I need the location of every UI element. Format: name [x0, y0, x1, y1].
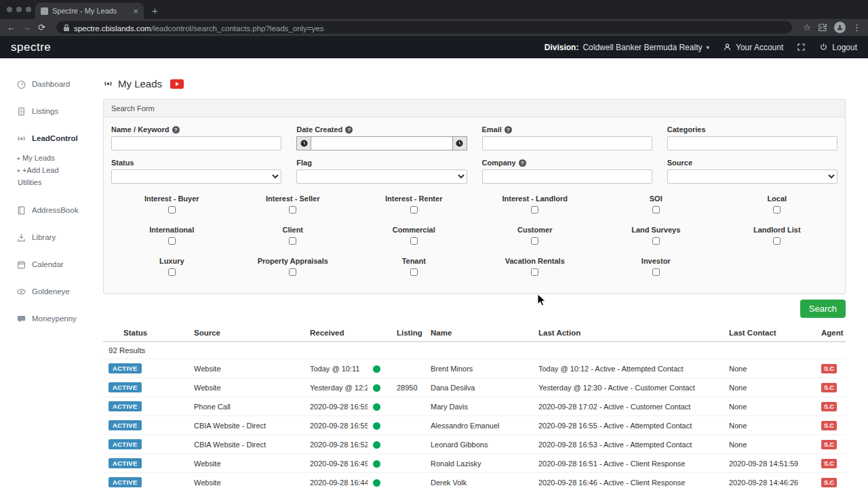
help-icon[interactable]: ? [172, 126, 180, 134]
table-row[interactable]: ACTIVE Website Yesterday @ 12:29 28950 D… [103, 378, 846, 397]
checkbox-landlord-list[interactable] [773, 237, 781, 245]
checkbox-property-appraisals[interactable] [289, 268, 296, 276]
listing-cell[interactable]: 28950 [391, 378, 425, 397]
window-close-icon[interactable] [7, 7, 12, 12]
back-icon[interactable]: ← [7, 23, 16, 32]
flag-select[interactable] [296, 169, 467, 184]
listing-cell[interactable] [391, 397, 425, 416]
listing-cell[interactable] [391, 435, 425, 454]
logout-button[interactable]: Logout [819, 43, 857, 52]
listing-cell[interactable] [391, 359, 425, 378]
sidebar-item-calendar[interactable]: Calendar [0, 251, 81, 278]
checkbox-interest-renter[interactable] [410, 206, 418, 214]
checkbox-tenant[interactable] [410, 268, 418, 276]
sidebar-item-dashboard[interactable]: Dashboard [0, 70, 81, 98]
extensions-puzzle-icon[interactable] [818, 23, 827, 33]
status-select[interactable] [111, 169, 281, 184]
address-bar[interactable]: spectre.cbislands.com/leadcontrol/search… [56, 21, 792, 34]
table-row[interactable]: ACTIVE Phone Call 2020-09-28 16:59 Mary … [103, 397, 846, 416]
date-created-input[interactable] [311, 136, 452, 150]
table-row[interactable]: ACTIVE CBIA Website - Direct 2020-09-28 … [103, 435, 846, 454]
search-button[interactable]: Search [800, 300, 846, 318]
checkbox-luxury[interactable] [168, 268, 176, 276]
lead-name-cell[interactable]: Leonard Gibbons [425, 435, 533, 454]
window-minimize-icon[interactable] [16, 7, 22, 12]
lead-name-cell[interactable]: Ronald Lazisky [425, 454, 533, 473]
fullscreen-icon[interactable] [797, 43, 806, 52]
tab-close-icon[interactable]: × [133, 7, 138, 16]
browser-tab[interactable]: Spectre - My Leads × [35, 3, 144, 19]
company-input[interactable] [482, 169, 652, 184]
help-icon[interactable]: ? [505, 126, 512, 134]
categories-input[interactable] [667, 136, 837, 150]
lead-name-cell[interactable]: Brent Minors [425, 359, 533, 378]
browser-menu-icon[interactable]: ⋮ [852, 23, 861, 32]
name-keyword-input[interactable] [111, 136, 281, 150]
listing-cell[interactable] [391, 416, 425, 435]
browser-titlebar: Spectre - My Leads × + [0, 0, 868, 19]
sidebar-subitem-my-leads[interactable]: ▸ My Leads [0, 152, 81, 164]
window-controls[interactable] [7, 7, 31, 12]
checkbox-interest-buyer[interactable] [168, 206, 176, 214]
table-row[interactable]: ACTIVE Website 2020-09-28 16:49 Ronald L… [103, 454, 846, 473]
table-row[interactable]: ACTIVE Website Today @ 10:11 Brent Minor… [103, 359, 846, 378]
listing-cell[interactable] [391, 454, 425, 473]
video-tutorial-icon[interactable] [170, 79, 184, 89]
checkbox-land-surveys[interactable] [652, 237, 660, 245]
browser-profile-avatar[interactable] [834, 22, 846, 33]
sidebar-item-moneypenny[interactable]: Moneypenny [0, 305, 81, 332]
checkbox-label: Vacation Rentals [505, 257, 565, 265]
activity-dot [373, 479, 380, 487]
help-icon[interactable]: ? [519, 159, 526, 167]
category-checkbox-item: Landlord List [717, 226, 838, 245]
division-selector[interactable]: Division: Coldwell Banker Bermuda Realty… [545, 43, 709, 52]
source-select[interactable] [667, 169, 837, 184]
checkbox-vacation-rentals[interactable] [531, 268, 538, 276]
checkbox-commercial[interactable] [410, 237, 418, 245]
sidebar-item-leadcontrol[interactable]: LeadControl [0, 125, 81, 152]
help-icon[interactable]: ? [345, 126, 353, 134]
sidebar-item-goldeneye[interactable]: Goldeneye [0, 278, 81, 305]
refresh-icon[interactable]: ⟳ [38, 23, 45, 32]
clock-icon[interactable] [453, 136, 467, 150]
source-cell: Website [189, 473, 304, 488]
sidebar-item-addressbook[interactable]: AddressBook [0, 197, 81, 224]
lead-name-cell[interactable]: Dana Desilva [425, 378, 533, 397]
status-badge: ACTIVE [108, 420, 142, 430]
app-logo[interactable]: spectre [11, 41, 51, 54]
email-input[interactable] [482, 136, 652, 150]
checkbox-investor[interactable] [652, 268, 660, 276]
date-created-label: Date Created [296, 125, 342, 134]
status-label: Status [111, 159, 134, 167]
new-tab-icon[interactable]: + [152, 5, 158, 16]
activity-dot [373, 460, 380, 468]
sidebar-subitem-utilities[interactable]: Utilities [0, 176, 81, 188]
window-zoom-icon[interactable] [26, 7, 31, 12]
bookmark-star-icon[interactable]: ☆ [803, 23, 811, 32]
lead-name-cell[interactable]: Derek Volk [425, 473, 533, 488]
sidebar-label: Calendar [32, 260, 64, 268]
sidebar-item-listings[interactable]: Listings [0, 98, 81, 125]
checkbox-interest-landlord[interactable] [531, 206, 538, 214]
checkbox-customer[interactable] [531, 237, 538, 245]
sidebar-subitem-add-lead[interactable]: ▸ +Add Lead [0, 164, 81, 176]
results-count: 92 Results [103, 342, 846, 359]
checkbox-interest-seller[interactable] [289, 206, 296, 214]
your-account-button[interactable]: Your Account [723, 43, 783, 52]
table-row[interactable]: ACTIVE Website 2020-09-28 16:44 Derek Vo… [103, 473, 846, 488]
lead-name-cell[interactable]: Mary Davis [425, 397, 533, 416]
lead-name-cell[interactable]: Alessandro Emanuel [425, 416, 533, 435]
sidebar-item-library[interactable]: Library [0, 224, 81, 251]
table-row[interactable]: ACTIVE CBIA Website - Direct 2020-09-28 … [103, 416, 846, 435]
checkbox-label: Interest - Renter [385, 195, 442, 203]
checkbox-soi[interactable] [652, 206, 660, 214]
checkbox-local[interactable] [773, 206, 781, 214]
clock-icon[interactable] [296, 136, 311, 150]
forward-icon[interactable]: → [22, 23, 31, 32]
main-content: My Leads Search Form Name / Keyword? Dat… [81, 58, 868, 488]
checkbox-client[interactable] [289, 237, 296, 245]
listing-cell[interactable] [391, 473, 425, 488]
checkbox-international[interactable] [168, 237, 176, 245]
sidebar-sublabel: Utilities [18, 178, 41, 186]
sidebar-label: LeadControl [32, 134, 78, 142]
